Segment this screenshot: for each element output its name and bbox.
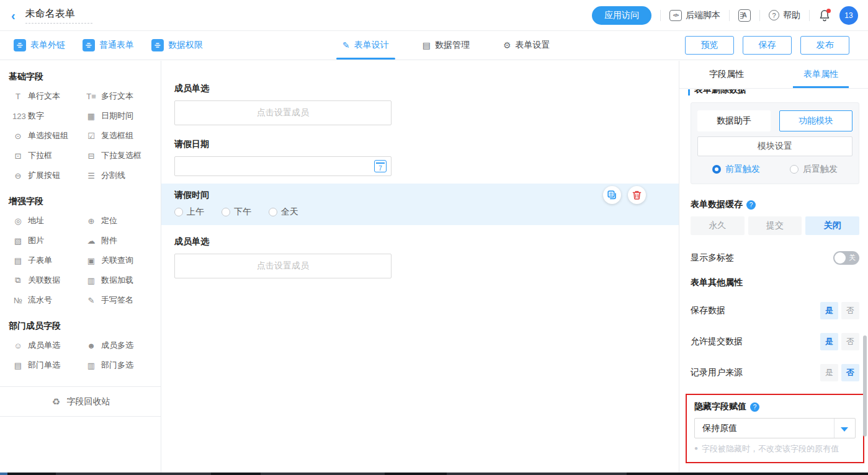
dept-fields-grid: ☺ 成员单选 ☻ 成员多选 ▤ 部门单选 ▥ 部门多选 bbox=[0, 335, 161, 375]
hidden-field-select[interactable]: 保持原值 bbox=[694, 418, 856, 438]
field-type-icon: ▤ bbox=[12, 361, 24, 370]
field-library-item[interactable]: T 单行文本 bbox=[12, 86, 86, 106]
notification-bell-icon[interactable] bbox=[818, 9, 831, 22]
calendar-icon: 7 bbox=[374, 160, 387, 172]
field-library-item[interactable]: ⊕ 定位 bbox=[86, 211, 161, 231]
cache-option-forever[interactable]: 永久 bbox=[691, 216, 745, 235]
field-library-item[interactable]: ▧ 图片 bbox=[12, 231, 86, 251]
contacts-icon: A bbox=[738, 9, 751, 22]
help-question-icon[interactable]: ? bbox=[746, 200, 756, 210]
backend-script-button[interactable]: </> 后端脚本 bbox=[669, 10, 720, 21]
pre-trigger-radio[interactable]: 前置触发 bbox=[712, 164, 760, 175]
field-library-item[interactable]: ▣ 关联查询 bbox=[86, 251, 161, 270]
form-title-wrap[interactable]: 未命名表单 bbox=[25, 7, 92, 24]
module-settings-button[interactable]: 模块设置 bbox=[697, 136, 852, 156]
contacts-button[interactable]: A bbox=[738, 9, 751, 22]
field-library-item[interactable]: ▤ 部门单选 bbox=[12, 355, 86, 375]
toggle-knob bbox=[834, 252, 846, 264]
help-button[interactable]: ? 帮助 bbox=[769, 10, 800, 21]
form-toolbar: 表单外链 普通表单 数据权限 ✎ 表单设计 ▤ 数据管理 bbox=[0, 31, 868, 60]
publish-button[interactable]: 发布 bbox=[800, 36, 849, 55]
field-type-icon: ▦ bbox=[86, 112, 97, 121]
canvas-field-member-select-2[interactable]: 成员单选 点击设置成员 bbox=[161, 225, 679, 278]
allow-submit-no[interactable]: 否 bbox=[841, 333, 859, 350]
record-source-row: 记录用户来源 是 否 bbox=[691, 364, 859, 381]
field-library-item[interactable]: ▦ 日期时间 bbox=[86, 106, 161, 126]
field-library-item[interactable]: ☰ 分割线 bbox=[86, 166, 161, 185]
clipped-section-title: 表单删除数据 bbox=[688, 89, 859, 96]
field-library-item[interactable]: ▥ 部门多选 bbox=[86, 355, 161, 375]
cache-option-close[interactable]: 关闭 bbox=[805, 216, 859, 235]
mode-icon bbox=[151, 39, 164, 51]
multi-tab-toggle[interactable]: 关 bbox=[833, 251, 859, 265]
allow-submit-yes[interactable]: 是 bbox=[820, 333, 838, 350]
page-title[interactable]: 未命名表单 bbox=[25, 7, 92, 20]
radio-option[interactable]: 全天 bbox=[269, 206, 298, 218]
divider bbox=[809, 10, 810, 21]
field-library-item[interactable]: 123 数字 bbox=[12, 106, 86, 126]
field-library-sidebar: 基础字段 T 单行文本 T≡ 多行文本 123 数字 ▦ bbox=[0, 61, 161, 473]
field-type-icon: № bbox=[12, 296, 24, 305]
save-button[interactable]: 保存 bbox=[743, 36, 792, 55]
preview-button[interactable]: 预览 bbox=[685, 36, 734, 55]
member-picker[interactable]: 点击设置成员 bbox=[174, 100, 391, 125]
date-input[interactable]: 7 bbox=[174, 156, 391, 176]
tab-form-settings[interactable]: ⚙ 表单设置 bbox=[501, 31, 553, 60]
delete-field-button[interactable] bbox=[628, 186, 646, 204]
form-mode-item[interactable]: 数据权限 bbox=[151, 39, 203, 51]
canvas-field-leave-date[interactable]: 请假日期 7 bbox=[161, 125, 679, 176]
field-library-item[interactable]: ☺ 成员单选 bbox=[12, 335, 86, 355]
record-source-no[interactable]: 否 bbox=[841, 364, 859, 381]
app-access-button[interactable]: 应用访问 bbox=[592, 6, 651, 25]
radio-option[interactable]: 上午 bbox=[174, 206, 204, 218]
tab-form-design[interactable]: ✎ 表单设计 bbox=[340, 31, 391, 60]
field-library-item[interactable]: ☑ 复选框组 bbox=[86, 126, 161, 146]
post-trigger-radio[interactable]: 后置触发 bbox=[790, 164, 838, 175]
field-recycle-bin[interactable]: ♻ 字段回收站 bbox=[0, 386, 161, 417]
cache-option-submit[interactable]: 提交 bbox=[748, 216, 802, 235]
radio-circle-icon bbox=[712, 165, 721, 174]
taskbar-edge bbox=[0, 473, 868, 475]
field-library-item[interactable]: ⊖ 扩展按钮 bbox=[12, 166, 86, 185]
field-library-item[interactable]: ▥ 数据加载 bbox=[86, 270, 161, 290]
form-mode-item[interactable]: 表单外链 bbox=[14, 39, 65, 51]
field-type-icon: ▤ bbox=[12, 256, 24, 265]
data-helper-button[interactable]: 数据助手 bbox=[697, 110, 771, 131]
field-type-icon: ⊡ bbox=[12, 151, 24, 161]
field-library-item[interactable]: ✎ 手写签名 bbox=[86, 290, 161, 310]
field-library-item[interactable]: T≡ 多行文本 bbox=[86, 86, 161, 106]
field-library-item[interactable]: ◎ 地址 bbox=[12, 211, 86, 231]
field-type-icon: ☰ bbox=[86, 171, 97, 180]
field-library-item[interactable]: № 流水号 bbox=[12, 290, 86, 310]
save-data-no[interactable]: 否 bbox=[841, 302, 859, 319]
radio-option[interactable]: 下午 bbox=[221, 206, 251, 218]
duplicate-field-button[interactable] bbox=[603, 186, 621, 204]
panel-scroll-area[interactable]: 表单删除数据 数据助手 功能模块 模块设置 前置触发 后置触发 bbox=[679, 89, 868, 473]
help-question-icon[interactable]: ? bbox=[750, 402, 759, 412]
record-source-yes[interactable]: 是 bbox=[820, 364, 838, 381]
form-mode-item[interactable]: 普通表单 bbox=[83, 39, 134, 51]
tab-field-properties[interactable]: 字段属性 bbox=[679, 61, 774, 88]
radio-circle-icon bbox=[221, 208, 230, 216]
field-library-item[interactable]: ⊟ 下拉复选框 bbox=[86, 146, 161, 166]
save-data-row: 保存数据 是 否 bbox=[691, 302, 859, 319]
canvas-field-member-select-1[interactable]: 成员单选 点击设置成员 bbox=[161, 61, 679, 125]
function-module-button[interactable]: 功能模块 bbox=[779, 110, 852, 131]
member-picker[interactable]: 点击设置成员 bbox=[174, 254, 391, 278]
tab-form-properties[interactable]: 表单属性 bbox=[774, 61, 868, 88]
field-library-item[interactable]: ⊡ 下拉框 bbox=[12, 146, 86, 166]
field-library-item[interactable]: ☻ 成员多选 bbox=[86, 335, 161, 355]
field-library-item[interactable]: ⊙ 单选按钮组 bbox=[12, 126, 86, 146]
select-divider bbox=[834, 419, 834, 438]
tab-data-manage[interactable]: ▤ 数据管理 bbox=[420, 31, 472, 60]
avatar[interactable]: 13 bbox=[839, 6, 858, 25]
panel-scrollbar[interactable] bbox=[863, 335, 867, 437]
canvas-field-leave-time-selected[interactable]: 请假时间 上午 下午 全天 bbox=[161, 184, 679, 225]
field-type-icon: ▧ bbox=[12, 236, 24, 246]
divider bbox=[729, 10, 730, 21]
field-library-item[interactable]: ☁ 附件 bbox=[86, 231, 161, 251]
field-library-item[interactable]: ▤ 子表单 bbox=[12, 251, 86, 270]
back-icon[interactable]: ‹ bbox=[11, 9, 16, 22]
save-data-yes[interactable]: 是 bbox=[820, 302, 838, 319]
field-library-item[interactable]: ⧉ 关联数据 bbox=[12, 270, 86, 290]
